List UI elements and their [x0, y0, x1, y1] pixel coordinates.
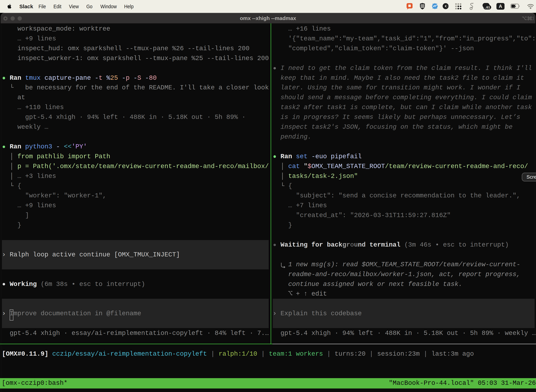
- svg-text:1: 1: [532, 16, 534, 21]
